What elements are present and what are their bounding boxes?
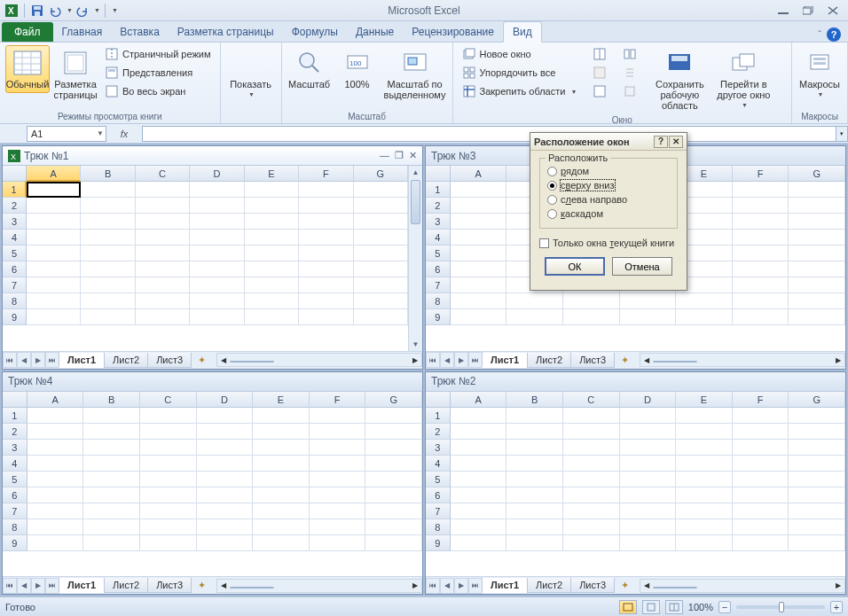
row-header[interactable]: 3: [3, 440, 27, 456]
cell[interactable]: [299, 246, 353, 261]
row-header[interactable]: 7: [3, 503, 27, 519]
cell[interactable]: [789, 182, 845, 198]
sheet-tab[interactable]: Лист2: [104, 353, 148, 368]
minimize-button[interactable]: [775, 4, 791, 17]
row-header[interactable]: 4: [426, 456, 451, 472]
cell[interactable]: [27, 487, 84, 503]
ribbon-tab-Главная[interactable]: Главная: [53, 22, 112, 42]
cell[interactable]: [789, 519, 845, 535]
show-button[interactable]: Показать ▼: [226, 45, 276, 102]
cell[interactable]: [506, 503, 563, 519]
sheet-tab[interactable]: Лист3: [570, 578, 615, 593]
unhide-button[interactable]: [589, 82, 610, 100]
cell[interactable]: [253, 408, 310, 424]
cell[interactable]: [506, 535, 563, 551]
cell[interactable]: [365, 440, 422, 456]
row-header[interactable]: 1: [426, 408, 451, 424]
cell[interactable]: [299, 293, 353, 309]
cell[interactable]: [733, 535, 789, 551]
cell[interactable]: [299, 198, 353, 214]
scrollbar-thumb[interactable]: [230, 361, 274, 363]
row-header[interactable]: 2: [3, 198, 27, 214]
sheet-tab[interactable]: Лист2: [104, 578, 148, 593]
select-all-corner[interactable]: [426, 166, 451, 182]
restore-button[interactable]: [800, 4, 816, 17]
cancel-button[interactable]: Отмена: [612, 257, 672, 276]
cell[interactable]: [310, 440, 366, 456]
cell[interactable]: [190, 198, 244, 214]
column-header[interactable]: G: [365, 392, 422, 408]
cell[interactable]: [253, 503, 310, 519]
cell[interactable]: [83, 519, 140, 535]
cell[interactable]: [506, 408, 563, 424]
cell[interactable]: [354, 261, 408, 277]
redo-dropdown-icon[interactable]: ▼: [94, 7, 100, 13]
cell[interactable]: [620, 519, 677, 535]
cell[interactable]: [733, 503, 789, 519]
cell[interactable]: [27, 182, 82, 198]
save-icon[interactable]: [29, 3, 45, 19]
cell[interactable]: [620, 293, 677, 309]
cell[interactable]: [136, 198, 190, 214]
close-button[interactable]: [825, 4, 841, 17]
cell[interactable]: [365, 408, 422, 424]
cell[interactable]: [451, 230, 507, 246]
column-header[interactable]: E: [676, 392, 733, 408]
column-header[interactable]: F: [733, 166, 789, 182]
column-header[interactable]: F: [299, 166, 353, 182]
row-header[interactable]: 3: [426, 440, 451, 456]
cell[interactable]: [190, 246, 244, 261]
cell[interactable]: [81, 261, 135, 277]
cell[interactable]: [253, 424, 310, 440]
cell[interactable]: [190, 182, 244, 198]
cell[interactable]: [563, 487, 620, 503]
cell[interactable]: [620, 472, 677, 487]
cell[interactable]: [299, 214, 353, 230]
cell[interactable]: [81, 246, 135, 261]
ribbon-collapse-icon[interactable]: ˆ: [818, 29, 821, 40]
cell[interactable]: [676, 456, 733, 472]
cell[interactable]: [451, 277, 507, 293]
cell[interactable]: [620, 487, 677, 503]
column-header[interactable]: G: [354, 166, 408, 182]
row-header[interactable]: 9: [3, 535, 27, 551]
cell[interactable]: [253, 487, 310, 503]
column-header[interactable]: C: [563, 392, 620, 408]
row-header[interactable]: 9: [3, 309, 27, 325]
cell[interactable]: [140, 503, 197, 519]
cell[interactable]: [81, 293, 135, 309]
cell[interactable]: [190, 293, 244, 309]
cell[interactable]: [140, 535, 197, 551]
cell[interactable]: [354, 230, 408, 246]
dialog-titlebar[interactable]: Расположение окон ? ✕: [530, 133, 687, 151]
cell[interactable]: [190, 277, 244, 293]
cell[interactable]: [789, 440, 845, 456]
cell[interactable]: [451, 535, 507, 551]
row-header[interactable]: 2: [426, 424, 451, 440]
cell[interactable]: [354, 277, 408, 293]
cell[interactable]: [620, 408, 677, 424]
column-header[interactable]: D: [190, 166, 244, 182]
cell[interactable]: [245, 246, 299, 261]
cell[interactable]: [733, 487, 789, 503]
cell[interactable]: [676, 472, 733, 487]
cell[interactable]: [136, 182, 190, 198]
cell[interactable]: [451, 408, 507, 424]
cell[interactable]: [245, 198, 299, 214]
cell[interactable]: [136, 230, 190, 246]
row-header[interactable]: 9: [426, 535, 451, 551]
hide-button[interactable]: [589, 64, 610, 82]
cell[interactable]: [789, 277, 845, 293]
cell[interactable]: [563, 408, 620, 424]
cell[interactable]: [789, 309, 845, 325]
workbook-titlebar[interactable]: XТрюк №1—❐✕: [3, 146, 422, 166]
cell[interactable]: [676, 424, 733, 440]
sheet-tab[interactable]: Лист2: [527, 353, 571, 368]
cell[interactable]: [190, 214, 244, 230]
cell[interactable]: [563, 503, 620, 519]
cell[interactable]: [197, 519, 254, 535]
redo-icon[interactable]: [75, 3, 90, 19]
sheet-nav-button[interactable]: ◀: [440, 578, 454, 594]
cell[interactable]: [83, 535, 140, 551]
cell[interactable]: [789, 535, 845, 551]
